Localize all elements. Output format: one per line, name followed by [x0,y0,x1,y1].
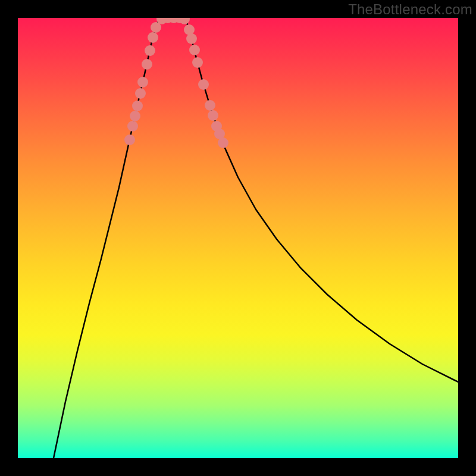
data-dot [137,77,148,87]
data-dot [135,88,146,99]
data-dot [132,101,143,111]
data-dot [189,45,200,55]
data-dot [142,59,152,70]
data-dot [192,57,203,68]
data-dot [186,33,197,44]
plot-area [18,18,458,458]
watermark-text: TheBottleneck.com [348,1,472,18]
data-dot [148,32,158,43]
curve-right [184,18,458,382]
data-dot [208,110,218,121]
data-dot [179,18,190,24]
data-dot [205,100,215,111]
chart-frame: TheBottleneck.com [0,0,476,476]
data-dot [218,137,228,148]
data-dot [127,121,138,131]
data-dot [198,79,209,90]
data-dot [145,45,155,56]
data-dot [124,134,135,145]
chart-svg [18,18,458,458]
data-dot [130,111,140,121]
